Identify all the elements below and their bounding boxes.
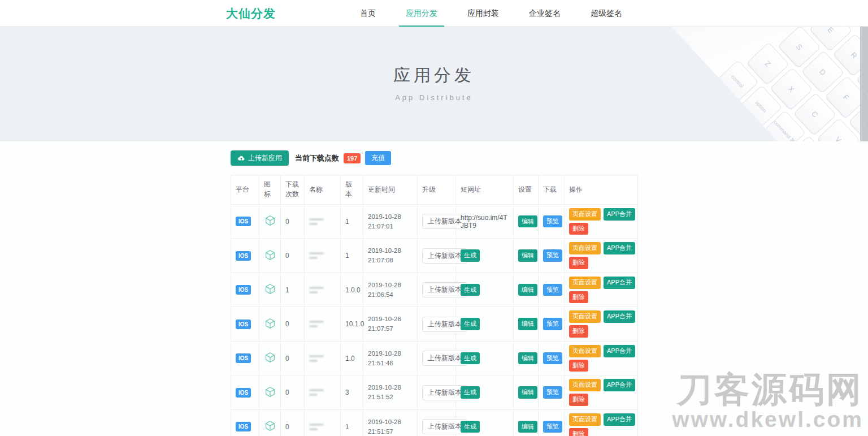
app-merge-button[interactable]: APP合并	[604, 208, 635, 221]
preview-button[interactable]: 预览	[543, 318, 562, 330]
edit-button[interactable]: 编辑	[518, 284, 537, 296]
page-setting-button[interactable]: 页面设置	[569, 242, 601, 254]
nav-item-home[interactable]: 首页	[360, 0, 376, 27]
col-upgrade: 升级	[418, 175, 456, 205]
app-package-icon	[264, 249, 276, 261]
edit-button[interactable]: 编辑	[518, 318, 537, 330]
nav-item-super-sign[interactable]: 超级签名	[591, 0, 622, 27]
generate-url-button[interactable]: 生成	[461, 386, 480, 399]
generate-url-button[interactable]: 生成	[461, 421, 480, 433]
app-merge-button[interactable]: APP合并	[604, 379, 635, 391]
updated-date: 2019-10-28	[368, 417, 413, 427]
generate-url-button[interactable]: 生成	[461, 249, 480, 262]
app-package-icon	[264, 351, 276, 364]
updated-time: 21:51:52	[368, 392, 413, 402]
updated-time: 21:07:57	[368, 324, 413, 334]
nav-item-enterprise-sign[interactable]: 企业签名	[529, 0, 561, 27]
delete-button[interactable]: 删除	[569, 291, 588, 304]
toolbar: 上传新应用 当前下载点数 197 充值	[231, 150, 637, 166]
short-url: http://suo.im/4TJBT9	[461, 214, 507, 230]
edit-button[interactable]: 编辑	[518, 249, 537, 262]
version-cell: 10.1.0	[341, 307, 363, 342]
app-merge-button[interactable]: APP合并	[604, 242, 635, 254]
app-name-redacted	[309, 355, 336, 362]
app-merge-button[interactable]: APP合并	[604, 277, 635, 289]
download-count: 0	[281, 341, 305, 375]
app-package-icon	[264, 317, 276, 330]
page-setting-button[interactable]: 页面设置	[569, 413, 601, 426]
platform-badge: IOS	[236, 422, 251, 431]
app-package-icon	[264, 214, 276, 227]
app-name-redacted	[309, 287, 336, 293]
table-header-row: 平台 图标 下载次数 名称 版本 更新时间 升级 短网址 设置 下载 操作	[231, 175, 638, 205]
table-row: IOS 0 10.1.0 2019-10-2821:07:57 上传新版本 生成…	[231, 307, 638, 342]
generate-url-button[interactable]: 生成	[461, 284, 480, 296]
edit-button[interactable]: 编辑	[518, 352, 537, 365]
updated-date: 2019-10-28	[368, 349, 413, 359]
top-header: 大仙分发 首页 应用分发 应用封装 企业签名 超级签名	[0, 0, 868, 27]
preview-button[interactable]: 预览	[543, 215, 562, 228]
updated-time: 21:51:57	[368, 427, 413, 436]
page-setting-button[interactable]: 页面设置	[569, 345, 601, 357]
platform-badge: IOS	[236, 251, 251, 261]
platform-badge: IOS	[236, 320, 251, 329]
keyboard-keys: ERTYSDFGHZXCVBcontroloptioncommand ⌘	[716, 27, 868, 141]
nav-item-app-package[interactable]: 应用封装	[467, 0, 499, 27]
photo-edge-strip	[860, 27, 868, 141]
page-setting-button[interactable]: 页面设置	[569, 208, 601, 221]
page-setting-button[interactable]: 页面设置	[569, 277, 601, 289]
brand-logo[interactable]: 大仙分发	[226, 0, 276, 27]
download-count: 1	[281, 273, 305, 307]
table-row: IOS 0 3 2019-10-2821:51:52 上传新版本 生成 编辑 预…	[231, 375, 638, 410]
main-nav: 首页 应用分发 应用封装 企业签名 超级签名	[360, 0, 622, 27]
download-count: 0	[281, 409, 305, 436]
edit-button[interactable]: 编辑	[518, 386, 537, 399]
preview-button[interactable]: 预览	[543, 386, 562, 399]
preview-button[interactable]: 预览	[543, 249, 562, 262]
nav-item-app-distribute[interactable]: 应用分发	[406, 0, 437, 27]
watermark-text: 刀客源码网	[672, 372, 863, 407]
app-merge-button[interactable]: APP合并	[604, 345, 635, 357]
download-count: 0	[281, 375, 305, 410]
recharge-button[interactable]: 充值	[365, 151, 391, 165]
table-row: IOS 0 1 2019-10-2821:07:08 上传新版本 生成 编辑 预…	[231, 239, 638, 273]
generate-url-button[interactable]: 生成	[461, 318, 480, 330]
app-name-redacted	[309, 252, 336, 259]
preview-button[interactable]: 预览	[543, 421, 562, 433]
app-merge-button[interactable]: APP合并	[604, 310, 635, 323]
col-version: 版本	[341, 175, 363, 205]
page-setting-button[interactable]: 页面设置	[569, 379, 601, 391]
preview-button[interactable]: 预览	[543, 352, 562, 365]
table-row: IOS 1 1.0.0 2019-10-2821:06:54 上传新版本 生成 …	[231, 273, 638, 307]
platform-badge: IOS	[236, 217, 251, 226]
app-merge-button[interactable]: APP合并	[604, 413, 635, 426]
page-setting-button[interactable]: 页面设置	[569, 310, 601, 323]
updated-date: 2019-10-28	[368, 212, 413, 222]
updated-date: 2019-10-28	[368, 280, 413, 290]
edit-button[interactable]: 编辑	[518, 421, 537, 433]
updated-date: 2019-10-28	[368, 246, 413, 256]
preview-button[interactable]: 预览	[543, 284, 562, 296]
app-name-redacted	[309, 389, 336, 396]
delete-button[interactable]: 删除	[569, 394, 588, 406]
col-platform: 平台	[231, 175, 259, 205]
version-cell: 1	[341, 409, 363, 436]
updated-date: 2019-10-28	[368, 314, 413, 324]
platform-badge: IOS	[236, 353, 251, 363]
watermark-url: www.dkewl.com	[672, 407, 863, 433]
table-row: IOS 0 1.0 2019-10-2821:51:46 上传新版本 生成 编辑…	[231, 341, 638, 375]
platform-badge: IOS	[236, 388, 251, 398]
updated-date: 2019-10-28	[368, 383, 413, 392]
delete-button[interactable]: 删除	[569, 360, 588, 372]
delete-button[interactable]: 删除	[569, 428, 588, 436]
upload-new-app-button[interactable]: 上传新应用	[231, 150, 289, 166]
app-name-redacted	[309, 218, 336, 225]
delete-button[interactable]: 删除	[569, 257, 588, 269]
download-count: 0	[281, 307, 305, 342]
delete-button[interactable]: 删除	[569, 223, 588, 235]
edit-button[interactable]: 编辑	[518, 215, 537, 228]
updated-time: 21:06:54	[368, 290, 413, 300]
col-short-url: 短网址	[456, 175, 514, 205]
generate-url-button[interactable]: 生成	[461, 352, 480, 365]
delete-button[interactable]: 删除	[569, 325, 588, 338]
